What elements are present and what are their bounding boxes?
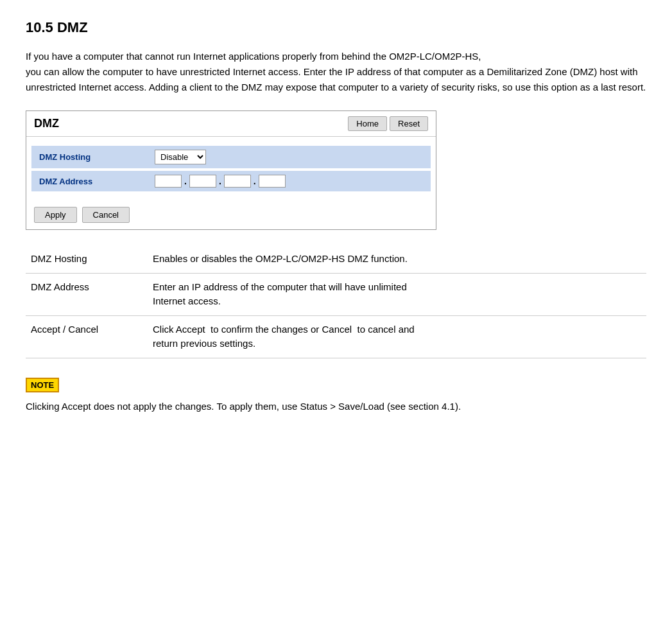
table-row: Accept / Cancel Click Accept to confirm … bbox=[26, 315, 646, 358]
ip-dot-3: . bbox=[254, 176, 256, 186]
table-row: DMZ Address Enter an IP address of the c… bbox=[26, 273, 646, 315]
note-badge-wrapper: NOTE bbox=[26, 378, 646, 399]
panel-title: DMZ bbox=[34, 117, 59, 130]
panel-footer: Apply Cancel bbox=[26, 200, 436, 229]
note-text: Clicking Accept does not apply the chang… bbox=[26, 399, 646, 414]
term-accept-cancel: Accept / Cancel bbox=[26, 315, 148, 358]
ip-octet-4[interactable] bbox=[259, 175, 286, 188]
dmz-address-row: DMZ Address . . . bbox=[31, 171, 431, 191]
apply-button[interactable]: Apply bbox=[34, 207, 77, 223]
ip-dot-1: . bbox=[184, 176, 187, 186]
ip-octet-3[interactable] bbox=[224, 175, 251, 188]
dmz-address-label: DMZ Address bbox=[39, 177, 155, 186]
table-row: DMZ Hosting Enables or disables the OM2P… bbox=[26, 245, 646, 273]
page-title: 10.5 DMZ bbox=[26, 19, 646, 36]
desc-dmz-address: Enter an IP address of the computer that… bbox=[148, 273, 646, 315]
desc-accept-cancel: Click Accept to confirm the changes or C… bbox=[148, 315, 646, 358]
header-buttons: Home Reset bbox=[348, 116, 428, 131]
term-dmz-hosting: DMZ Hosting bbox=[26, 245, 148, 273]
panel-body: DMZ Hosting Disable Enable DMZ Address .… bbox=[26, 137, 436, 200]
reset-button[interactable]: Reset bbox=[390, 116, 428, 131]
dmz-panel: DMZ Home Reset DMZ Hosting Disable Enabl… bbox=[26, 110, 436, 230]
info-table-body: DMZ Hosting Enables or disables the OM2P… bbox=[26, 245, 646, 358]
ip-octet-1[interactable] bbox=[155, 175, 182, 188]
dmz-address-control: . . . bbox=[155, 175, 423, 188]
note-badge: NOTE bbox=[26, 378, 59, 392]
ip-dot-2: . bbox=[219, 176, 221, 186]
intro-text: If you have a computer that cannot run I… bbox=[26, 49, 646, 95]
dmz-hosting-select[interactable]: Disable Enable bbox=[155, 150, 206, 164]
term-dmz-address: DMZ Address bbox=[26, 273, 148, 315]
dmz-hosting-label: DMZ Hosting bbox=[39, 152, 155, 162]
cancel-button[interactable]: Cancel bbox=[82, 207, 130, 223]
dmz-hosting-control: Disable Enable bbox=[155, 150, 423, 164]
desc-dmz-hosting: Enables or disables the OM2P-LC/OM2P-HS … bbox=[148, 245, 646, 273]
dmz-hosting-row: DMZ Hosting Disable Enable bbox=[31, 146, 431, 168]
ip-octet-2[interactable] bbox=[189, 175, 216, 188]
intro-line-1: If you have a computer that cannot run I… bbox=[26, 49, 646, 64]
intro-line-2: you can allow the computer to have unres… bbox=[26, 64, 646, 95]
home-button[interactable]: Home bbox=[348, 116, 387, 131]
panel-header: DMZ Home Reset bbox=[26, 111, 436, 137]
info-table: DMZ Hosting Enables or disables the OM2P… bbox=[26, 245, 646, 358]
note-section: NOTE Clicking Accept does not apply the … bbox=[26, 378, 646, 414]
ip-field-group: . . . bbox=[155, 175, 286, 188]
